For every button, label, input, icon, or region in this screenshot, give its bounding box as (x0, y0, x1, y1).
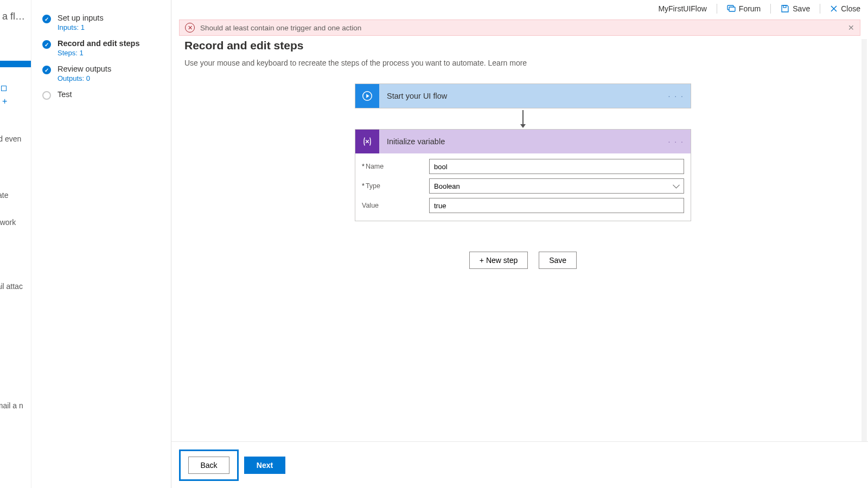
connector-arrow-icon (520, 108, 526, 129)
close-icon (830, 5, 838, 12)
step-sublabel: Outputs: 0 (58, 74, 111, 82)
value-input[interactable] (429, 198, 684, 213)
main-panel: MyFirstUIFlow Forum Save Close ✕ Should … (171, 0, 868, 488)
next-button[interactable]: Next (244, 457, 285, 474)
type-select[interactable] (429, 178, 684, 194)
title-bar: MyFirstUIFlow Forum Save Close (171, 0, 868, 17)
save-button[interactable]: Save (776, 2, 814, 15)
step-label: Record and edit steps (58, 39, 139, 48)
step-label: Set up inputs (58, 14, 104, 22)
forum-icon (727, 4, 736, 13)
new-step-button[interactable]: + New step (469, 252, 528, 269)
field-label-type: *Type (362, 182, 429, 190)
page-subtitle: Use your mouse and keyboard to recreate … (184, 59, 861, 67)
close-button[interactable]: Close (826, 2, 865, 15)
step-label: Test (58, 90, 72, 99)
canvas-save-button[interactable]: Save (539, 252, 577, 269)
play-record-icon (355, 84, 379, 108)
wizard-footer: Back Next (171, 441, 868, 488)
page-title: Record and edit steps (184, 39, 861, 52)
wizard-step-test[interactable]: Test (31, 86, 171, 104)
wizard-step-setup-inputs[interactable]: Set up inputs Inputs: 1 (31, 10, 171, 35)
field-label-value: Value (362, 202, 429, 209)
svg-rect-1 (729, 7, 735, 11)
back-button-highlight: Back (179, 450, 239, 481)
wizard-step-review-outputs[interactable]: Review outputs Outputs: 0 (31, 61, 171, 86)
action-title: Initialize variable (387, 137, 445, 146)
flow-canvas: Start your UI flow · · · Initialize vari… (184, 84, 861, 269)
trigger-card-header[interactable]: Start your UI flow · · · (355, 84, 691, 108)
action-card[interactable]: Initialize variable · · · *Name *Type (355, 129, 691, 221)
wizard-sidebar: Set up inputs Inputs: 1 Record and edit … (31, 0, 171, 488)
trigger-more-menu[interactable]: · · · (668, 92, 684, 100)
step-label: Review outputs (58, 65, 111, 73)
step-sublabel: Steps: 1 (58, 49, 139, 57)
step-pending-icon (42, 91, 51, 100)
flow-name: MyFirstUIFlow (654, 4, 711, 13)
dismiss-alert-button[interactable]: ✕ (848, 23, 854, 32)
error-banner: ✕ Should at least contain one trigger an… (179, 20, 860, 36)
trigger-card[interactable]: Start your UI flow · · · (355, 84, 691, 108)
field-label-name: *Name (362, 163, 429, 170)
variable-icon (355, 130, 379, 153)
step-current-icon (42, 40, 51, 49)
back-button[interactable]: Back (188, 457, 229, 474)
learn-more-link[interactable]: Learn more (488, 59, 527, 67)
action-card-header[interactable]: Initialize variable · · · (355, 130, 691, 153)
step-sublabel: Inputs: 1 (58, 23, 104, 31)
content-scroll[interactable]: Record and edit steps Use your mouse and… (184, 39, 867, 488)
forum-button[interactable]: Forum (723, 2, 765, 15)
background-nav: ake a fl… + nated even ate e work mail a… (0, 0, 31, 488)
action-card-body: *Name *Type Value (355, 153, 691, 221)
trigger-title: Start your UI flow (387, 92, 447, 100)
error-text: Should at least contain one trigger and … (200, 24, 361, 32)
wizard-step-record-edit[interactable]: Record and edit steps Steps: 1 (31, 35, 171, 61)
step-done-icon (42, 15, 51, 23)
step-done-icon (42, 66, 51, 74)
error-icon: ✕ (185, 23, 195, 33)
name-input[interactable] (429, 159, 684, 174)
action-more-menu[interactable]: · · · (668, 137, 684, 146)
save-icon (781, 4, 789, 13)
